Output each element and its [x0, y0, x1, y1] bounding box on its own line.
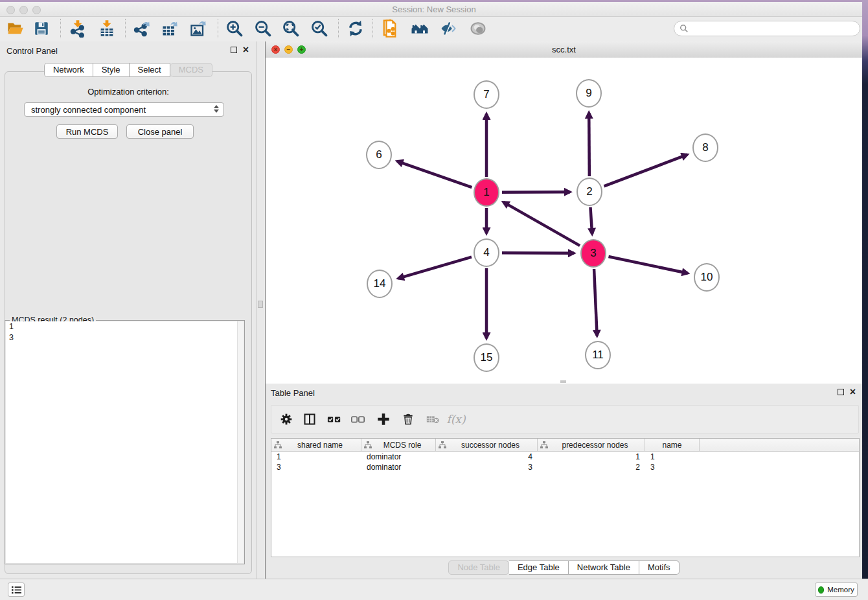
search-icon	[680, 24, 689, 33]
graph-node-4[interactable]: 4	[474, 238, 499, 267]
cell-predecessor-nodes[interactable]: 1	[538, 452, 645, 462]
graph-node-11[interactable]: 11	[585, 341, 611, 369]
edge-1-6[interactable]	[397, 161, 472, 187]
graph-node-1[interactable]: 1	[474, 178, 499, 207]
attribute-icon	[439, 441, 446, 448]
tab-network-table[interactable]: Network Table	[569, 560, 639, 575]
zoom-out-button[interactable]	[253, 18, 273, 39]
graph-node-15[interactable]: 15	[474, 343, 499, 372]
search-input[interactable]	[692, 23, 854, 34]
tab-mcds[interactable]: MCDS	[170, 63, 212, 77]
column-header-predecessor-nodes[interactable]: predecessor nodes	[538, 439, 645, 451]
column-header-shared-name[interactable]: shared name	[271, 439, 361, 451]
import-table-button[interactable]	[97, 18, 117, 39]
cell-successor-nodes[interactable]: 4	[436, 452, 538, 462]
graph-node-3[interactable]: 3	[580, 239, 606, 268]
table-panel: Table Panel ×	[265, 384, 862, 579]
edge-2-9[interactable]	[589, 113, 589, 176]
checked-boxes-icon	[327, 412, 341, 426]
tab-edge-table[interactable]: Edge Table	[509, 560, 569, 575]
float-panel-icon[interactable]	[838, 389, 844, 395]
close-panel-icon[interactable]: ×	[850, 389, 856, 395]
table-row[interactable]: 1dominator411	[271, 452, 859, 462]
home-layout-button[interactable]	[409, 18, 430, 39]
optimization-criterion-dropdown[interactable]: strongly connected component	[24, 102, 224, 117]
delete-table-button[interactable]	[424, 411, 441, 428]
column-header-MCDS-role[interactable]: MCDS role	[361, 439, 436, 451]
network-window-titlebar[interactable]: × − + scc.txt	[266, 41, 862, 58]
edge-3-10[interactable]	[608, 257, 687, 273]
task-history-button[interactable]	[8, 583, 25, 597]
cell-name[interactable]: 3	[645, 462, 700, 472]
memory-button[interactable]: Memory	[815, 583, 858, 597]
export-network-button[interactable]	[131, 18, 152, 39]
new-network-from-selection-button[interactable]	[381, 18, 402, 39]
zoom-in-button[interactable]	[224, 18, 245, 39]
zoom-selected-button[interactable]	[309, 18, 330, 39]
edge-3-1[interactable]	[503, 202, 580, 246]
graph-node-10[interactable]: 10	[694, 263, 720, 292]
toolbar-separator	[125, 19, 126, 38]
cell-shared-name[interactable]: 1	[271, 452, 361, 462]
column-header-name[interactable]: name	[645, 439, 700, 451]
select-all-button[interactable]	[326, 411, 343, 428]
cell-successor-nodes[interactable]: 3	[436, 462, 538, 472]
graph-node-6[interactable]: 6	[366, 141, 392, 169]
edge-4-3[interactable]	[502, 253, 574, 253]
divider-grip[interactable]	[258, 301, 263, 308]
graph-node-7[interactable]: 7	[474, 80, 499, 109]
table-header-row: shared nameMCDS rolesuccessor nodesprede…	[271, 439, 859, 452]
function-builder-button[interactable]: f(x)	[448, 411, 464, 428]
unselect-all-button[interactable]	[350, 411, 367, 428]
table-row[interactable]: 3dominator323	[271, 462, 859, 472]
graph-node-9[interactable]: 9	[576, 79, 602, 108]
export-table-button[interactable]	[159, 18, 180, 39]
edge-1-2[interactable]	[502, 192, 570, 192]
refresh-button[interactable]	[345, 18, 366, 39]
cell-MCDS-role[interactable]: dominator	[361, 462, 436, 472]
tab-motifs[interactable]: Motifs	[639, 560, 680, 575]
tab-network[interactable]: Network	[44, 63, 93, 77]
cell-name[interactable]: 1	[645, 452, 700, 462]
edge-2-3[interactable]	[591, 207, 593, 234]
mcds-result-item[interactable]: 3	[6, 332, 244, 343]
graph-node-8[interactable]: 8	[692, 133, 718, 162]
float-panel-icon[interactable]	[231, 47, 237, 53]
add-row-button[interactable]	[375, 411, 392, 428]
close-panel-button[interactable]: Close panel	[126, 124, 194, 139]
control-panel: Control Panel × NetworkStyleSelectMCDS O…	[0, 41, 257, 579]
tab-select[interactable]: Select	[130, 63, 170, 77]
mcds-result-list[interactable]: 13	[6, 321, 244, 563]
tab-node-table[interactable]: Node Table	[448, 560, 509, 575]
toolbar-separator	[338, 19, 339, 38]
export-image-button[interactable]	[188, 18, 209, 39]
graph-node-14[interactable]: 14	[367, 270, 393, 298]
edge-4-14[interactable]	[398, 257, 472, 279]
columns-icon	[303, 413, 316, 426]
show-columns-button[interactable]	[301, 411, 318, 428]
cell-shared-name[interactable]: 3	[271, 462, 361, 472]
run-mcds-button[interactable]: Run MCDS	[56, 124, 118, 139]
hide-graphics-details-button[interactable]	[438, 18, 459, 39]
edge-2-8[interactable]	[604, 155, 687, 187]
network-canvas[interactable]: 1234678910111415	[266, 58, 862, 384]
import-network-button[interactable]	[67, 18, 88, 39]
panel-divider[interactable]	[257, 41, 265, 579]
table-settings-button[interactable]	[278, 411, 295, 428]
mcds-result-item[interactable]: 1	[6, 321, 244, 332]
result-scrollbar[interactable]	[237, 321, 244, 563]
close-panel-icon[interactable]: ×	[243, 47, 249, 53]
home-icon	[410, 19, 429, 38]
cell-MCDS-role[interactable]: dominator	[361, 452, 436, 462]
tab-style[interactable]: Style	[93, 63, 130, 77]
save-session-button[interactable]	[31, 18, 52, 39]
edge-3-11[interactable]	[594, 269, 597, 336]
open-session-button[interactable]	[5, 18, 26, 39]
cell-predecessor-nodes[interactable]: 2	[538, 462, 645, 472]
graph-node-2[interactable]: 2	[577, 178, 602, 206]
zoom-fit-button[interactable]	[280, 18, 301, 39]
delete-row-button[interactable]	[400, 411, 417, 428]
column-header-successor-nodes[interactable]: successor nodes	[436, 439, 538, 451]
attribute-icon	[274, 441, 282, 448]
show-graphics-details-button[interactable]	[468, 18, 488, 39]
